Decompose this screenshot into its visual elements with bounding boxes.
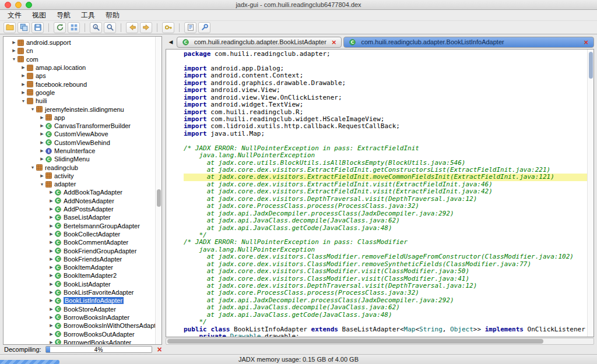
cancel-decompile-button[interactable]: ×: [157, 345, 162, 354]
collapsed-arrow-icon[interactable]: ▶: [48, 215, 55, 220]
tree-item-selected[interactable]: ▶CBookListInfoAdapter: [3, 296, 155, 305]
collapsed-arrow-icon[interactable]: ▶: [48, 240, 55, 245]
code-area[interactable]: package com.huili.readingclub.adapter; i…: [166, 50, 587, 337]
tree-item[interactable]: ▼readingclub: [3, 163, 155, 171]
nav-back-button[interactable]: [126, 22, 138, 33]
tree-item[interactable]: ▶CAddBookTagAdapter: [3, 188, 155, 196]
tree-item[interactable]: ▶google: [3, 89, 155, 97]
tab-2-active[interactable]: Ccom.huili.readingclub.adapter.BookListI…: [343, 37, 594, 48]
zoom-window-button[interactable]: [26, 2, 32, 8]
tabs-scroll-left-button[interactable]: ◀: [167, 39, 175, 45]
tree-item[interactable]: ▶aps: [3, 72, 155, 80]
menu-item-3[interactable]: 导航: [51, 10, 76, 20]
collapsed-arrow-icon[interactable]: ▶: [20, 90, 27, 95]
nav-forward-button[interactable]: [140, 22, 152, 33]
menu-item-4[interactable]: 工具: [76, 10, 100, 20]
preferences-button[interactable]: [198, 22, 210, 33]
minimize-window-button[interactable]: [15, 2, 22, 8]
collapsed-arrow-icon[interactable]: ▶: [48, 307, 55, 312]
collapsed-arrow-icon[interactable]: ▶: [48, 323, 55, 328]
collapsed-arrow-icon[interactable]: ▶: [10, 48, 17, 53]
expanded-arrow-icon[interactable]: ▼: [38, 182, 45, 186]
class-search-button[interactable]: [104, 22, 116, 33]
collapsed-arrow-icon[interactable]: ▶: [38, 115, 45, 120]
tree-item[interactable]: ▶CCustomViewBehind: [3, 139, 155, 147]
tree-item[interactable]: ▶IMenuInterface: [3, 147, 155, 155]
tree-vertical-scrollbar[interactable]: [155, 37, 161, 344]
tree-item[interactable]: ▶CSlidingMenu: [3, 155, 155, 163]
tree-item[interactable]: ▶CCustomViewAbove: [3, 130, 155, 138]
tree-item[interactable]: ▶CBorrowBooksInAdapter: [3, 313, 155, 321]
expanded-arrow-icon[interactable]: ▼: [29, 107, 36, 111]
expanded-arrow-icon[interactable]: ▼: [29, 165, 36, 169]
tree-item[interactable]: ▶android.support: [3, 38, 155, 47]
expanded-arrow-icon[interactable]: ▼: [20, 99, 27, 103]
tree-item[interactable]: ▶CBaseListAdapter: [3, 213, 155, 221]
tree-item[interactable]: ▶amap.api.location: [3, 63, 155, 72]
tree-item[interactable]: ▶facebook.rebound: [3, 80, 155, 88]
collapsed-arrow-icon[interactable]: ▶: [48, 224, 55, 228]
tree-item[interactable]: ▼com: [3, 55, 155, 63]
log-viewer-button[interactable]: [184, 22, 196, 33]
collapsed-arrow-icon[interactable]: ▶: [10, 40, 17, 45]
collapsed-arrow-icon[interactable]: ▶: [48, 273, 55, 278]
tab-close-icon[interactable]: ×: [332, 38, 336, 46]
collapsed-arrow-icon[interactable]: ▶: [48, 315, 55, 320]
deobfuscation-button[interactable]: [68, 22, 80, 33]
tab-1[interactable]: Ccom.huili.readingclub.adapter.BookListA…: [177, 37, 342, 48]
collapsed-arrow-icon[interactable]: ▶: [48, 290, 55, 295]
tree-item[interactable]: ▶CCanvasTransformerBuilder: [3, 122, 155, 130]
collapsed-arrow-icon[interactable]: ▶: [38, 132, 45, 136]
collapsed-arrow-icon[interactable]: ▶: [20, 82, 27, 87]
export-gradle-button[interactable]: [31, 22, 44, 33]
collapsed-arrow-icon[interactable]: ▶: [38, 140, 45, 145]
tree-item[interactable]: ▶CAddNotesAdapter: [3, 197, 155, 205]
collapsed-arrow-icon[interactable]: ▶: [20, 73, 27, 78]
code-hscrollbar-thumb[interactable]: [167, 339, 543, 344]
code-horizontal-scrollbar[interactable]: [166, 338, 594, 345]
reload-button[interactable]: [54, 22, 66, 33]
tree-item[interactable]: ▶CBookItemAdapter2: [3, 271, 155, 280]
tree-item[interactable]: ▶CAddPostsAdapter: [3, 205, 155, 213]
collapsed-arrow-icon[interactable]: ▶: [48, 282, 55, 287]
tree-item[interactable]: ▶CBookStoreAdapter: [3, 305, 155, 313]
quark-button[interactable]: [162, 22, 174, 33]
tree-item[interactable]: ▶CBorrowBooksOutAdapter: [3, 330, 155, 338]
menu-item-1[interactable]: 文件: [2, 10, 27, 20]
collapsed-arrow-icon[interactable]: ▶: [48, 199, 55, 203]
collapsed-arrow-icon[interactable]: ▶: [20, 65, 27, 70]
collapsed-arrow-icon[interactable]: ▶: [48, 232, 55, 236]
collapsed-arrow-icon[interactable]: ▶: [48, 332, 55, 337]
tree-item[interactable]: ▶CBookCommentAdapter: [3, 238, 155, 246]
tab-close-icon[interactable]: ×: [584, 38, 588, 46]
code-scrollbar-thumb[interactable]: [589, 52, 593, 79]
collapsed-arrow-icon[interactable]: ▶: [38, 174, 45, 178]
tree-item[interactable]: ▶CBertelsmannGroupAdapter: [3, 222, 155, 230]
tree-item[interactable]: ▶CBookListFavoriteAdapter: [3, 288, 155, 296]
collapsed-arrow-icon[interactable]: ▶: [48, 340, 55, 344]
collapsed-arrow-icon[interactable]: ▶: [48, 249, 55, 253]
collapsed-arrow-icon[interactable]: ▶: [48, 190, 55, 195]
tree-item[interactable]: ▶CBookCollectAdapter: [3, 230, 155, 238]
save-all-button[interactable]: [17, 22, 30, 33]
tree-item[interactable]: ▶CBorrowedBooksAdapter: [3, 338, 155, 344]
collapsed-arrow-icon[interactable]: ▶: [48, 207, 55, 211]
tree-item[interactable]: ▶cn: [3, 47, 155, 55]
expanded-arrow-icon[interactable]: ▼: [10, 57, 17, 61]
tree-item[interactable]: ▶CBookFriendsAdapter: [3, 255, 155, 263]
collapsed-arrow-icon[interactable]: ▶: [48, 257, 55, 261]
tree-scrollbar-thumb[interactable]: [157, 189, 161, 207]
collapsed-arrow-icon[interactable]: ▶: [38, 149, 45, 153]
menu-item-2[interactable]: 视图: [27, 10, 51, 20]
code-vertical-scrollbar[interactable]: [587, 50, 594, 337]
close-window-button[interactable]: [5, 2, 11, 8]
collapsed-arrow-icon[interactable]: ▶: [38, 157, 45, 161]
tree-item[interactable]: ▼jeremyfeinstein.slidingmenu: [3, 105, 155, 113]
tree-item[interactable]: ▶CBookListAdapter: [3, 280, 155, 288]
tree-item[interactable]: ▶CBorrowBooksInWithOthersAdapter: [3, 321, 155, 330]
open-file-button[interactable]: [3, 22, 16, 33]
collapsed-arrow-icon[interactable]: ▶: [48, 298, 55, 303]
menu-item-5[interactable]: 帮助: [100, 10, 125, 20]
tree-item[interactable]: ▼huili: [3, 97, 155, 105]
tree-item[interactable]: ▶CBookItemAdapter: [3, 263, 155, 271]
